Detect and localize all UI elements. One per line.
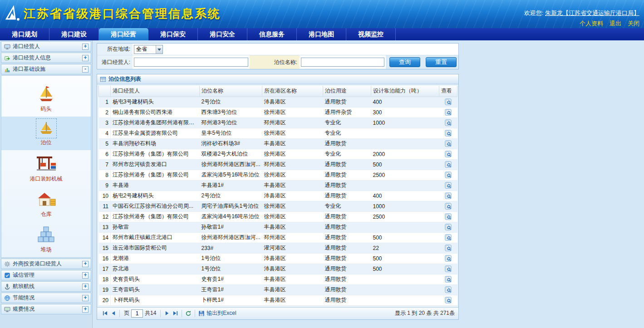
view-detail-button[interactable] (445, 265, 452, 272)
facility-item-warehouse[interactable]: 仓库 (1, 186, 91, 222)
expand-toggle[interactable]: + (82, 306, 88, 313)
page-label: 页 (124, 309, 129, 317)
next-page-button[interactable] (163, 309, 171, 318)
view-detail-button[interactable] (445, 192, 452, 199)
table-row[interactable]: 1杨屯3号建材码头2号泊位沛县港区通用散货400 (99, 97, 457, 107)
view-detail-button[interactable] (445, 140, 452, 147)
export-excel-button[interactable]: 输出到Excel (198, 309, 236, 317)
view-detail-button[interactable] (445, 234, 452, 241)
view-detail-button[interactable] (445, 297, 452, 304)
table-row[interactable]: 6江苏徐州港务（集团）有限公司双楼港2号大机泊位徐州港区专业化2000 (99, 149, 457, 159)
view-detail-button[interactable] (445, 276, 452, 283)
cell-rownum: 20 (99, 295, 111, 305)
column-header-area[interactable]: 所在港区名称 (262, 86, 323, 97)
table-row[interactable]: 10杨屯2号建材码头2号泊位沛县港区通用散货400 (99, 191, 457, 201)
berth-name-input[interactable] (301, 58, 384, 67)
expand-toggle[interactable]: + (82, 44, 88, 50)
facility-item-machinery[interactable]: 港口装卸机械 (1, 150, 91, 186)
column-header-operator[interactable]: 港口经营人 (111, 86, 200, 97)
column-header-berth[interactable]: 泊位名称 (200, 86, 262, 97)
nav-tab-port-security[interactable]: 港口保安 (148, 28, 198, 40)
first-page-button[interactable] (101, 309, 109, 318)
table-row[interactable]: 9丰县港丰县港1#丰县港区通用散货 (99, 180, 457, 191)
table-row[interactable]: 3江苏徐州港港务集团邳州港有限公司邳州港3号泊位邳州港区专业化1000 (99, 117, 457, 128)
expand-toggle[interactable]: + (82, 55, 88, 61)
cell-area: 丰县港区 (262, 274, 323, 284)
table-row[interactable]: 7邳州市岔河镇贵发港口徐州港邳州港区西泇河...邳州港区通用散货500 (99, 159, 457, 170)
table-row[interactable]: 18史有贵码头史有贵1#丰县港区通用散货 (99, 274, 457, 284)
header-link-close[interactable]: 关闭 (628, 20, 639, 28)
main-nav: 港口规划港口建设港口经营港口保安港口安全信息服务港口地图视频监控 (0, 28, 644, 40)
view-detail-button[interactable] (445, 161, 452, 168)
region-select[interactable]: 全省 (134, 45, 163, 54)
view-detail-button[interactable] (445, 182, 452, 189)
nav-tab-port-construction[interactable]: 港口建设 (49, 28, 99, 40)
table-row[interactable]: 13孙敬雷孙敬雷1#丰县港区通用散货 (99, 222, 457, 232)
sidebar-item-shipping-routes[interactable]: 航班航线+ (1, 281, 91, 292)
nav-tab-info-service[interactable]: 信息服务 (247, 28, 297, 40)
sidebar-item-port-infrastructure[interactable]: 港口基础设施- (1, 64, 91, 74)
table-row[interactable]: 16龙潮港1号泊位沛县港区通用散货500 (99, 253, 457, 264)
table-row[interactable]: 11中国石化江苏徐州石油分公司周...周宅子油库码头1号泊位徐州港区专业化100… (99, 201, 457, 211)
column-header-view[interactable]: 查看 (439, 86, 457, 97)
nav-tab-port-planning[interactable]: 港口规划 (0, 28, 49, 40)
table-row[interactable]: 8江苏徐州港务（集团）有限公司孟家沟港5号16吨吊泊位徐州港区通用散货2500 (99, 170, 457, 180)
cell-berth: 1号泊位 (200, 253, 262, 264)
table-row[interactable]: 4江苏呈丰金属资源有限公司呈丰5号泊位徐州港区专业化 (99, 128, 457, 138)
facility-item-berth[interactable]: 泊位 (1, 117, 91, 150)
page-input[interactable] (131, 309, 143, 318)
nav-tab-port-map[interactable]: 港口地图 (297, 28, 346, 40)
query-button[interactable]: 查询 (389, 57, 420, 67)
view-detail-button[interactable] (445, 98, 452, 105)
view-detail-button[interactable] (445, 109, 452, 116)
operator-input[interactable] (134, 58, 248, 67)
table-row[interactable]: 17苏北港1号泊位沛县港区通用散货500 (99, 264, 457, 274)
view-detail-button[interactable] (445, 119, 452, 126)
table-row[interactable]: 2铜山港务有限公司西朱港西朱塘3号泊位徐州港区通用件杂货300 (99, 107, 457, 117)
table-row[interactable]: 19王奇雷码头王奇雷1#丰县港区通用散货 (99, 284, 457, 295)
facility-item-stackyard[interactable]: 堆场 (1, 222, 91, 257)
table-row[interactable]: 15连云港市国际货柜公司233#灌河港区通用散货22 (99, 243, 457, 253)
expand-toggle[interactable]: - (82, 66, 88, 73)
view-detail-button[interactable] (445, 286, 452, 293)
view-detail-button[interactable] (445, 130, 452, 137)
column-header-usage[interactable]: 泊位用途 (323, 86, 371, 97)
expand-toggle[interactable]: + (82, 284, 88, 290)
nav-tab-port-operation[interactable]: 港口经营 (99, 28, 148, 40)
cell-capacity: 500 (371, 232, 439, 243)
last-page-button[interactable] (171, 309, 179, 318)
expand-toggle[interactable]: + (82, 272, 88, 279)
view-detail-button[interactable] (445, 171, 452, 178)
view-detail-button[interactable] (445, 213, 452, 220)
welcome-user[interactable]: 朱新龙【江苏省交通运输厅港口局】 (545, 10, 639, 16)
column-header-capacity[interactable]: 设计靠泊能力（吨） (371, 86, 439, 97)
table-row[interactable]: 14邳州市戴庄镇戴庄北港口徐州港邳州港区西泇河...邳州港区通用散货500 (99, 232, 457, 243)
expand-toggle[interactable]: + (82, 261, 88, 267)
view-detail-button[interactable] (445, 255, 452, 262)
prev-page-button[interactable] (109, 309, 117, 318)
sidebar-item-port-operator-info[interactable]: 港口经营人信息+ (1, 53, 91, 63)
table-row[interactable]: 12江苏徐州港务（集团）有限公司孟家沟港4号16吨吊泊位徐州港区通用散货2500 (99, 211, 457, 222)
expand-toggle[interactable]: + (82, 295, 88, 301)
sidebar-item-credit-management[interactable]: 诚信管理+ (1, 270, 91, 280)
cell-operator: 孙敬雷 (111, 222, 200, 232)
reset-button[interactable]: 重置 (426, 57, 457, 67)
sidebar-item-port-operators[interactable]: 港口经营人+ (1, 41, 91, 52)
facility-item-wharf[interactable]: 码头 (1, 81, 91, 117)
view-detail-button[interactable] (445, 151, 452, 157)
view-detail-button[interactable] (445, 203, 452, 210)
sidebar-item-energy-saving[interactable]: 节能情况+ (1, 293, 91, 303)
refresh-button[interactable] (184, 309, 192, 318)
view-detail-button[interactable] (445, 245, 452, 251)
sidebar-item-fees[interactable]: 规费情况+ (1, 304, 91, 314)
header-link-logout[interactable]: 退出 (610, 20, 621, 28)
nav-tab-video-monitor[interactable]: 视频监控 (346, 28, 396, 40)
sidebar-item-foreign-operators[interactable]: 外商投资港口经营人+ (1, 259, 91, 269)
view-detail-button[interactable] (445, 224, 452, 230)
cell-operator: 苏北港 (111, 264, 200, 274)
table-row[interactable]: 20卜样民码头卜样民1#丰县港区通用散货 (99, 295, 457, 305)
table-row[interactable]: 5丰县润翔砂石料场润祥砂石料场3#丰县港区通用散货 (99, 138, 457, 149)
header-link-profile[interactable]: 个人资料 (580, 20, 603, 28)
grid-icon (100, 76, 106, 83)
nav-tab-port-safety[interactable]: 港口安全 (198, 28, 247, 40)
